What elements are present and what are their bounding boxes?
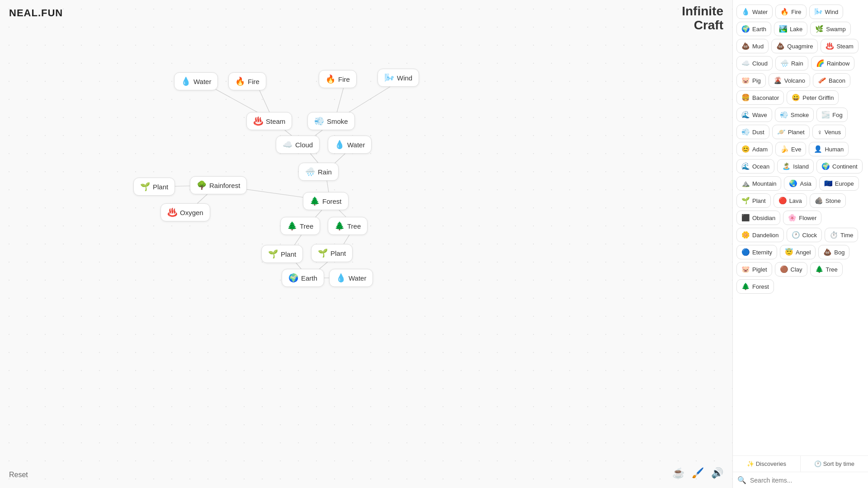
sidebar-item-6[interactable]: 💩Mud bbox=[736, 39, 769, 53]
reset-button[interactable]: Reset bbox=[9, 471, 28, 479]
canvas-item-ci9[interactable]: 🌧️Rain bbox=[298, 163, 339, 181]
item-icon: 🌱 bbox=[268, 249, 278, 259]
sidebar-item-28[interactable]: 🌍Continent bbox=[816, 159, 863, 174]
sidebar-item-icon: 🌸 bbox=[788, 214, 797, 222]
sidebar-item-label: Bacon bbox=[829, 77, 845, 84]
sidebar-item-33[interactable]: 🔴Lava bbox=[774, 193, 807, 208]
sidebar-item-15[interactable]: 🍔Baconator bbox=[736, 90, 784, 105]
sidebar-item-41[interactable]: 😇Angel bbox=[780, 245, 816, 259]
item-icon: 🌲 bbox=[335, 221, 344, 231]
sidebar-item-13[interactable]: 🌋Volcano bbox=[769, 73, 810, 88]
canvas-item-ci15[interactable]: 🌲Tree bbox=[328, 217, 368, 235]
canvas-item-ci18[interactable]: 🌍Earth bbox=[282, 269, 324, 287]
sidebar-item-label: Angel bbox=[796, 249, 811, 256]
sidebar-item-2[interactable]: 🌬️Wind bbox=[809, 5, 844, 19]
sidebar-item-25[interactable]: 👤Human bbox=[809, 142, 849, 156]
sidebar-item-18[interactable]: 💨Smoke bbox=[775, 108, 814, 122]
sound-icon[interactable]: 🔊 bbox=[711, 467, 723, 479]
canvas-item-ci6[interactable]: 💨Smoke bbox=[307, 112, 355, 130]
sidebar-item-label: Dust bbox=[752, 129, 764, 136]
sidebar-item-9[interactable]: ☁️Cloud bbox=[736, 56, 773, 70]
item-icon: 🌬️ bbox=[384, 73, 394, 83]
canvas-item-ci1[interactable]: 💧Water bbox=[174, 72, 218, 90]
canvas-item-ci10[interactable]: 🌱Plant bbox=[133, 178, 175, 196]
item-label: Fire bbox=[338, 75, 350, 83]
item-icon: 🌱 bbox=[140, 182, 150, 192]
sidebar-item-icon: 🌈 bbox=[816, 59, 825, 67]
sidebar-item-3[interactable]: 🌍Earth bbox=[736, 22, 771, 36]
sidebar-item-31[interactable]: 🇪🇺Europe bbox=[819, 176, 859, 191]
canvas-item-ci11[interactable]: 🌳Rainforest bbox=[190, 176, 247, 194]
sidebar-item-29[interactable]: ⛰️Mountain bbox=[736, 176, 781, 191]
sidebar-item-43[interactable]: 🐷Piglet bbox=[736, 262, 772, 277]
sidebar-item-45[interactable]: 🌲Tree bbox=[810, 262, 843, 277]
sidebar-item-label: Clay bbox=[791, 266, 802, 273]
sidebar-item-22[interactable]: ♀️Venus bbox=[812, 125, 846, 139]
sidebar-item-label: Steam bbox=[836, 43, 854, 50]
sidebar-item-27[interactable]: 🏝️Island bbox=[777, 159, 814, 174]
sidebar-item-19[interactable]: 🌫️Fog bbox=[816, 108, 847, 122]
coffee-icon[interactable]: ☕ bbox=[672, 467, 684, 479]
brush-icon[interactable]: 🖌️ bbox=[692, 467, 704, 479]
sidebar-item-label: Peter Griffin bbox=[802, 94, 834, 101]
canvas-item-ci19[interactable]: 💧Water bbox=[329, 269, 373, 287]
canvas-item-ci4[interactable]: 🌬️Wind bbox=[377, 69, 419, 87]
sidebar-item-46[interactable]: 🌲Forest bbox=[736, 279, 774, 294]
sidebar-item-icon: 🌲 bbox=[815, 265, 824, 273]
sidebar-item-32[interactable]: 🌱Plant bbox=[736, 193, 771, 208]
sidebar-item-30[interactable]: 🌏Asia bbox=[784, 176, 816, 191]
sidebar-item-8[interactable]: ♨️Steam bbox=[821, 39, 859, 53]
sidebar-item-11[interactable]: 🌈Rainbow bbox=[811, 56, 855, 70]
sidebar-item-icon: 🐷 bbox=[741, 76, 750, 84]
sidebar-item-38[interactable]: 🕐Clock bbox=[787, 228, 822, 242]
sidebar-item-7[interactable]: 💩Quagmire bbox=[771, 39, 818, 53]
sidebar-item-44[interactable]: 🟤Clay bbox=[775, 262, 807, 277]
canvas-item-ci2[interactable]: 🔥Fire bbox=[228, 72, 266, 90]
canvas-area[interactable]: NEAL.FUN Infinite Craft 💧Water🔥Fire🔥Fire… bbox=[0, 0, 732, 488]
sidebar-item-14[interactable]: 🥓Bacon bbox=[813, 73, 850, 88]
sidebar-item-12[interactable]: 🐷Pig bbox=[736, 73, 766, 88]
tab-sort[interactable]: 🕐 Sort by time bbox=[801, 456, 868, 472]
sidebar-item-label: Asia bbox=[800, 180, 811, 187]
item-label: Oxygen bbox=[180, 209, 203, 216]
sidebar-item-20[interactable]: 💨Dust bbox=[736, 125, 769, 139]
sidebar-item-35[interactable]: ⬛Obsidian bbox=[736, 211, 780, 225]
sidebar-items-grid[interactable]: 💧Water🔥Fire🌬️Wind🌍Earth🏞️Lake🌿Swamp💩Mud💩… bbox=[733, 0, 868, 455]
sidebar-item-label: Lake bbox=[790, 26, 802, 33]
sidebar-item-1[interactable]: 🔥Fire bbox=[775, 5, 806, 19]
sidebar-item-21[interactable]: 🪐Planet bbox=[772, 125, 810, 139]
canvas-item-ci7[interactable]: ☁️Cloud bbox=[276, 136, 320, 154]
sidebar-item-icon: 🌋 bbox=[774, 76, 782, 84]
item-icon: 🔥 bbox=[326, 74, 335, 84]
sidebar-item-16[interactable]: 😀Peter Griffin bbox=[787, 90, 839, 105]
tab-discoveries[interactable]: ✨ Discoveries bbox=[733, 456, 801, 472]
canvas-item-ci5[interactable]: ♨️Steam bbox=[246, 112, 292, 130]
canvas-item-ci16[interactable]: 🌱Plant bbox=[261, 245, 303, 263]
canvas-item-ci17[interactable]: 🌱Plant bbox=[311, 244, 353, 262]
sidebar-item-label: Clock bbox=[802, 232, 817, 239]
sidebar-item-23[interactable]: 😊Adam bbox=[736, 142, 773, 156]
sidebar-item-10[interactable]: 🌧️Rain bbox=[775, 56, 808, 70]
sidebar-item-26[interactable]: 🌊Ocean bbox=[736, 159, 774, 174]
search-input[interactable] bbox=[750, 477, 863, 484]
sidebar-item-39[interactable]: ⏱️Time bbox=[825, 228, 858, 242]
item-icon: 💧 bbox=[335, 140, 344, 150]
canvas-item-ci13[interactable]: 🌲Forest bbox=[303, 192, 349, 210]
canvas-item-ci12[interactable]: ♨️Oxygen bbox=[160, 203, 210, 221]
sidebar-item-icon: ☁️ bbox=[741, 59, 750, 67]
sidebar-item-24[interactable]: 🍌Eve bbox=[775, 142, 806, 156]
sidebar-item-0[interactable]: 💧Water bbox=[736, 5, 773, 19]
sidebar-item-40[interactable]: 🔵Eternity bbox=[736, 245, 777, 259]
sidebar-item-4[interactable]: 🏞️Lake bbox=[774, 22, 807, 36]
sidebar-search[interactable]: 🔍 bbox=[733, 472, 868, 488]
sidebar-item-17[interactable]: 🌊Wave bbox=[736, 108, 772, 122]
sidebar-item-37[interactable]: 🌼Dandelion bbox=[736, 228, 784, 242]
sidebar-item-36[interactable]: 🌸Flower bbox=[783, 211, 821, 225]
sidebar-item-42[interactable]: 💩Bog bbox=[818, 245, 849, 259]
canvas-item-ci3[interactable]: 🔥Fire bbox=[319, 70, 357, 88]
sidebar-item-icon: 😊 bbox=[741, 145, 750, 153]
sidebar-item-34[interactable]: 🪨Stone bbox=[810, 193, 846, 208]
sidebar-item-5[interactable]: 🌿Swamp bbox=[810, 22, 850, 36]
canvas-item-ci14[interactable]: 🌲Tree bbox=[280, 217, 320, 235]
canvas-item-ci8[interactable]: 💧Water bbox=[328, 136, 372, 154]
